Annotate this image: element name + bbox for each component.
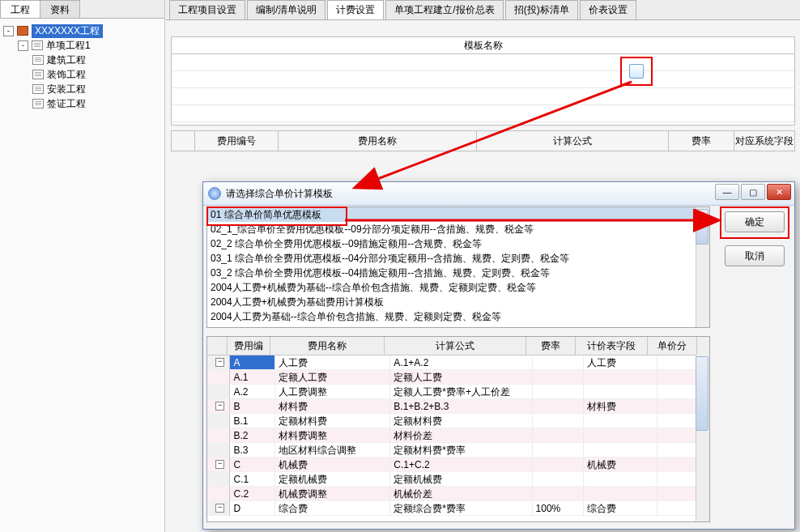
tab-fee-settings[interactable]: 计费设置: [327, 0, 384, 19]
cancel-button[interactable]: 取消: [725, 245, 785, 266]
page-icon: [32, 70, 44, 79]
detail-grid-row[interactable]: B.2材料费调整材料价差: [207, 428, 709, 443]
tree-leaf[interactable]: 安装工程: [3, 82, 161, 96]
template-grid-row[interactable]: [172, 54, 794, 71]
template-list-item[interactable]: 03_1 综合单价全费用优惠模板--04分部分项定额用--含措施、规费、定则费、…: [207, 251, 709, 266]
tree-leaf[interactable]: 建筑工程: [3, 53, 161, 67]
collapse-icon[interactable]: −: [215, 402, 224, 411]
detail-grid-cell: B: [230, 399, 275, 414]
detail-grid-cell: 综合费: [275, 501, 390, 516]
tree-leaf[interactable]: 装饰工程: [3, 67, 161, 82]
detail-grid-cell: [533, 399, 585, 414]
detail-grid-cell: 地区材料综合调整: [275, 443, 390, 458]
collapse-icon[interactable]: -: [3, 26, 14, 36]
tab-project-settings[interactable]: 工程项目设置: [169, 0, 245, 19]
template-list-item[interactable]: 03_2 综合单价全费用优惠模板--04措施定额用--含措施、规费、定则费、税金…: [207, 266, 709, 280]
detail-grid-cell: 人工费调整: [275, 385, 390, 399]
tree-leaf[interactable]: 签证工程: [3, 96, 161, 111]
detail-grid-cell: 人工费: [584, 355, 657, 370]
detail-grid-cell: [207, 487, 230, 501]
template-list-item[interactable]: 02_1_综合单价全费用优惠模板--09分部分项定额用--含措施、规费、税金等: [207, 222, 709, 236]
scrollbar-thumb[interactable]: [696, 356, 709, 431]
detail-grid-cell: [533, 414, 585, 428]
project-tree: - XXXXXXX工程 - 单项工程1 建筑工程 装饰工程 安装工程 签证工程: [0, 19, 164, 116]
collapse-icon[interactable]: -: [18, 40, 28, 51]
detail-grid-cell: 材料费: [584, 399, 657, 414]
detail-grid-cell: [207, 414, 230, 428]
detail-grid-cell: [584, 428, 657, 443]
tab-project[interactable]: 工程: [0, 0, 40, 18]
dialog-titlebar[interactable]: 请选择综合单价计算模板 — ▢ ✕: [203, 182, 794, 206]
tab-list-desc[interactable]: 编制/清单说明: [247, 0, 326, 19]
tab-quote-summary[interactable]: 单项工程建立/报价总表: [385, 0, 503, 19]
dg-col-name: 费用名称: [270, 337, 385, 355]
maximize-button[interactable]: ▢: [741, 184, 765, 200]
detail-grid-row[interactable]: A.1定额人工费定额人工费: [207, 370, 709, 385]
detail-grid-row[interactable]: C.1定额机械费定额机械费: [207, 472, 709, 487]
scrollbar[interactable]: [696, 355, 709, 521]
detail-grid-cell: D: [230, 501, 275, 516]
collapse-icon[interactable]: −: [215, 358, 224, 367]
dialog-title: 请选择综合单价计算模板: [226, 187, 333, 201]
annotation-highlight: [620, 57, 653, 86]
detail-grid-cell: 综合费: [584, 501, 657, 516]
detail-grid-row[interactable]: B.3地区材料综合调整定额材料费*费率: [207, 443, 709, 458]
detail-grid-cell: [584, 472, 657, 487]
tab-data[interactable]: 资料: [40, 0, 80, 18]
top-tabs: 工程项目设置 编制/清单说明 计费设置 单项工程建立/报价总表 招(投)标清单 …: [166, 0, 800, 20]
detail-grid-row[interactable]: C.2机械费调整机械价差: [207, 487, 709, 501]
tree-root[interactable]: - XXXXXXX工程: [3, 23, 161, 38]
template-grid-row[interactable]: [172, 105, 794, 122]
tree-root-label: XXXXXXX工程: [32, 24, 103, 38]
template-panel: 模板名称: [171, 36, 795, 126]
detail-grid-cell: [533, 443, 585, 458]
page-icon: [32, 40, 43, 50]
template-list-item[interactable]: 02_2 综合单价全费用优惠模板--09措施定额用--含规费、税金等: [207, 236, 709, 251]
detail-grid-cell: 人工费: [275, 355, 390, 370]
template-list[interactable]: 01 综合单价简单优惠模板02_1_综合单价全费用优惠模板--09分部分项定额用…: [206, 206, 710, 328]
page-icon: [32, 84, 44, 94]
detail-grid-cell: A.1+A.2: [390, 355, 532, 370]
collapse-icon[interactable]: −: [215, 460, 224, 469]
dg-col-field: 计价表字段: [576, 337, 648, 355]
detail-grid-cell: A.1: [230, 370, 275, 385]
detail-grid-cell: −: [207, 399, 230, 414]
detail-grid-row[interactable]: A.2人工费调整定额人工费*费率+人工价差: [207, 385, 709, 399]
template-list-item[interactable]: 2004人工费+机械费为基础费用计算模板: [207, 295, 709, 309]
collapse-icon[interactable]: −: [215, 504, 224, 513]
minimize-button[interactable]: —: [715, 184, 739, 200]
detail-grid-cell: C.2: [230, 487, 275, 501]
detail-grid-row[interactable]: −A人工费A.1+A.2人工费: [207, 355, 709, 370]
dg-col-unit: 单价分: [648, 337, 697, 355]
template-list-item[interactable]: 2004人工费为基础--综合单价包含措施、规费、定额则定费、税金等: [207, 309, 709, 324]
app-icon: [208, 187, 221, 200]
left-panel: 工程 资料 - XXXXXXX工程 - 单项工程1 建筑工程 装饰工程 安装工程…: [0, 0, 165, 532]
template-list-item[interactable]: 01 综合单价简单优惠模板: [207, 207, 709, 222]
detail-grid-row[interactable]: −D综合费定额综合费*费率100%综合费: [207, 501, 709, 516]
template-grid-row[interactable]: [172, 71, 794, 88]
close-button[interactable]: ✕: [767, 184, 791, 200]
detail-grid-cell: −: [207, 501, 230, 516]
page-icon: [32, 99, 44, 109]
detail-grid-cell: 机械费: [584, 458, 657, 472]
detail-grid-cell: A: [230, 355, 275, 370]
detail-grid-cell: B.3: [230, 443, 275, 458]
scrollbar[interactable]: [696, 207, 709, 327]
tab-bid-list[interactable]: 招(投)标清单: [505, 0, 578, 19]
template-grid-row[interactable]: [172, 88, 794, 105]
tree-leaf-label: 签证工程: [47, 97, 86, 111]
detail-grid-cell: 材料费调整: [275, 428, 390, 443]
detail-grid-cell: [207, 472, 230, 487]
ok-button[interactable]: 确定: [725, 211, 785, 232]
detail-grid-row[interactable]: −B材料费B.1+B.2+B.3材料费: [207, 399, 709, 414]
detail-grid-row[interactable]: B.1定额材料费定额材料费: [207, 414, 709, 428]
tab-price-table[interactable]: 价表设置: [580, 0, 636, 19]
fee-col-name: 费用名称: [279, 131, 477, 151]
tree-sub[interactable]: - 单项工程1: [3, 38, 161, 53]
scrollbar-thumb[interactable]: [696, 209, 709, 245]
fee-col-formula: 计算公式: [477, 131, 669, 151]
template-list-item[interactable]: 2004人工费+机械费为基础--综合单价包含措施、规费、定额则定费、税金等: [207, 280, 709, 295]
browse-button[interactable]: [629, 64, 644, 79]
detail-grid-row[interactable]: −C机械费C.1+C.2机械费: [207, 458, 709, 472]
detail-grid-cell: [533, 355, 585, 370]
